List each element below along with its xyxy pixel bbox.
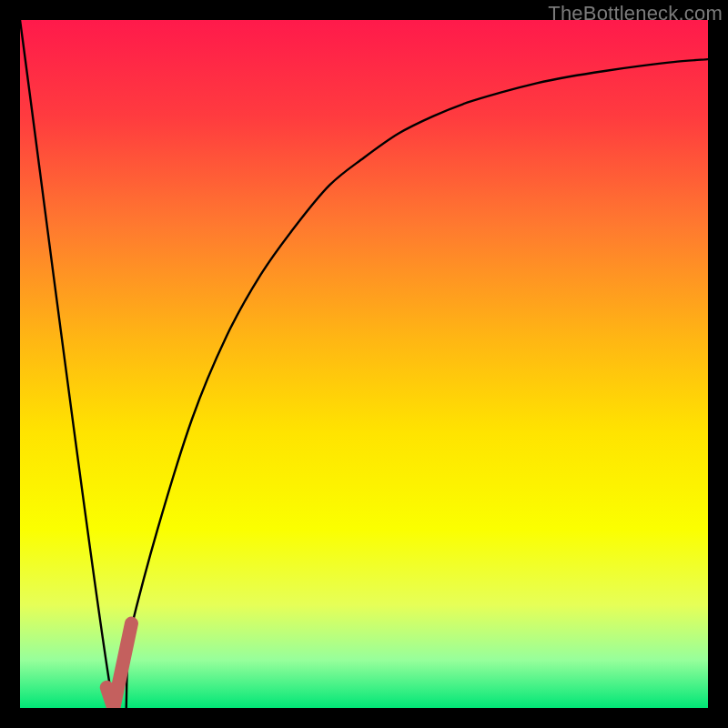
chart-frame: TheBottleneck.com	[0, 0, 728, 728]
plot-area	[20, 20, 708, 708]
gradient-background	[20, 20, 708, 708]
chart-svg	[20, 20, 708, 708]
